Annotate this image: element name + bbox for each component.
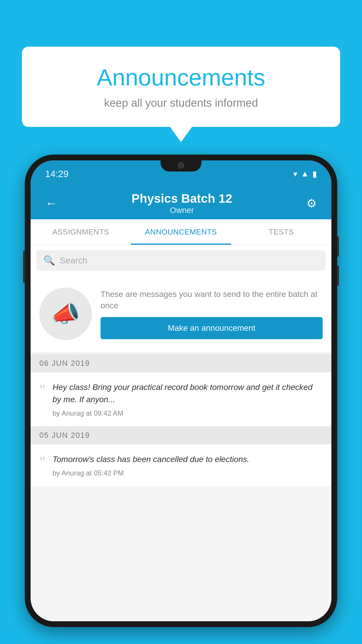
phone-notch xyxy=(161,160,201,172)
speech-bubble-container: Announcements keep all your students inf… xyxy=(22,47,340,127)
signal-icon: ▲ xyxy=(301,169,309,178)
search-icon: 🔍 xyxy=(43,255,55,266)
date-separator-2: 05 JUN 2019 xyxy=(31,426,331,444)
power-button[interactable] xyxy=(23,251,25,283)
tab-bar: ASSIGNMENTS ANNOUNCEMENTS TESTS xyxy=(31,219,331,245)
front-camera xyxy=(178,162,184,169)
content-area: 🔍 Search 📣 These are messages you want t… xyxy=(31,245,331,621)
header-center: Physics Batch 12 Owner xyxy=(60,192,303,215)
status-time: 14:29 xyxy=(45,169,68,179)
announcement-content-1: Hey class! Bring your practical record b… xyxy=(52,381,323,417)
battery-icon: ▮ xyxy=(312,169,317,179)
announcement-text-1: Hey class! Bring your practical record b… xyxy=(52,381,323,406)
announcement-right: These are messages you want to send to t… xyxy=(101,288,323,339)
phone-frame: 14:29 ▾ ▲ ▮ ← Physics Batch 12 Owner ⚙ xyxy=(25,155,337,627)
search-bar[interactable]: 🔍 Search xyxy=(36,250,326,271)
header-subtitle: Owner xyxy=(60,206,303,215)
speech-bubble-subtitle: keep all your students informed xyxy=(34,97,328,109)
phone-container: 14:29 ▾ ▲ ▮ ← Physics Batch 12 Owner ⚙ xyxy=(25,155,337,644)
tab-tests[interactable]: TESTS xyxy=(231,219,331,245)
search-placeholder: Search xyxy=(60,256,87,265)
quote-icon-1: " xyxy=(39,381,45,398)
announcement-description: These are messages you want to send to t… xyxy=(101,288,323,311)
announcement-content-2: Tomorrow's class has been cancelled due … xyxy=(52,453,323,477)
header-title: Physics Batch 12 xyxy=(60,192,303,206)
search-container: 🔍 Search xyxy=(31,245,331,276)
volume-up-button[interactable] xyxy=(337,236,339,257)
announcement-item-2[interactable]: " Tomorrow's class has been cancelled du… xyxy=(31,444,331,486)
announcement-text-2: Tomorrow's class has been cancelled due … xyxy=(52,453,323,466)
make-announcement-button[interactable]: Make an announcement xyxy=(101,317,323,339)
speech-bubble-title: Announcements xyxy=(34,64,328,91)
speech-bubble: Announcements keep all your students inf… xyxy=(22,47,340,127)
tab-assignments[interactable]: ASSIGNMENTS xyxy=(31,219,131,245)
date-separator-1: 06 JUN 2019 xyxy=(31,354,331,372)
settings-button[interactable]: ⚙ xyxy=(303,194,320,213)
megaphone-circle: 📣 xyxy=(39,288,92,340)
quote-icon-2: " xyxy=(39,453,45,470)
announcement-item-1[interactable]: " Hey class! Bring your practical record… xyxy=(31,372,331,426)
app-header: ← Physics Batch 12 Owner ⚙ xyxy=(31,181,331,219)
wifi-icon: ▾ xyxy=(293,169,297,179)
status-icons: ▾ ▲ ▮ xyxy=(293,169,317,179)
announcement-meta-1: by Anurag at 09:42 AM xyxy=(52,409,323,417)
tab-announcements[interactable]: ANNOUNCEMENTS xyxy=(131,219,231,245)
volume-down-button[interactable] xyxy=(337,265,339,286)
phone-screen: 14:29 ▾ ▲ ▮ ← Physics Batch 12 Owner ⚙ xyxy=(31,160,331,621)
announcement-meta-2: by Anurag at 05:42 PM xyxy=(52,469,323,477)
megaphone-icon: 📣 xyxy=(51,300,80,328)
back-button[interactable]: ← xyxy=(42,193,60,213)
announcement-empty-state: 📣 These are messages you want to send to… xyxy=(31,276,331,352)
